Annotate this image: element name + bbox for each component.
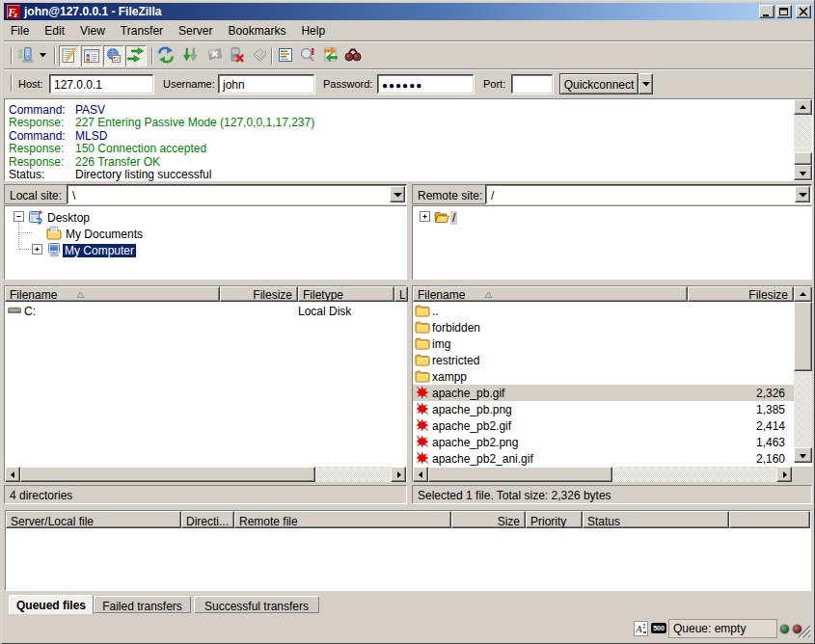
toggle-queue-icon[interactable] [125,45,147,67]
remote-scroll-down-button[interactable] [794,447,812,463]
remote-file-row[interactable]: restricted [413,352,811,368]
log-scroll-down-button[interactable] [794,165,812,180]
quickconnect-dropdown-button[interactable] [638,73,653,94]
local-site-combo-button[interactable] [390,186,405,202]
local-scroll-left-button[interactable] [5,467,20,482]
image-file-icon [415,417,430,433]
local-scroll-track[interactable] [315,467,391,482]
remote-file-row[interactable]: .. [413,303,811,319]
directory-comparison-icon[interactable] [299,46,316,64]
local-site-label: Local site: [4,184,68,204]
image-file-icon [415,450,430,466]
username-input[interactable]: john [218,74,314,94]
queue-col-remote-file[interactable]: Remote file [234,511,451,528]
menu-transfer[interactable]: Transfer [113,22,171,40]
resize-grip[interactable] [795,622,812,639]
filter-icon[interactable] [277,46,294,64]
file-name: C: [24,305,36,318]
menu-server[interactable]: Server [171,22,220,40]
synchronized-browsing-icon[interactable] [322,46,340,64]
transfer-queue: Server/Local file Directi... Remote file… [5,510,811,591]
toggle-local-tree-icon[interactable] [81,45,102,67]
remote-file-row[interactable]: apache_pb2.png1,463 [413,434,811,450]
disconnect-icon[interactable] [229,46,246,64]
tab-successful-transfers[interactable]: Successful transfers [194,596,319,613]
site-manager-icon[interactable] [16,46,34,64]
menu-file[interactable]: File [3,22,37,40]
queue-col-size[interactable]: Size [451,511,526,528]
remote-col-filename[interactable]: Filename [413,286,688,302]
remote-file-row[interactable]: forbidden [413,319,811,335]
remote-file-row[interactable]: apache_pb.gif2,326 [413,385,811,401]
remote-file-row[interactable]: apache_pb2.gif2,414 [413,417,811,434]
local-col-filetype[interactable]: Filetype [298,286,394,302]
tab-failed-transfers[interactable]: Failed transfers [94,596,191,613]
queue-col-status[interactable]: Status [583,511,729,528]
local-scroll-thumb[interactable] [20,467,315,482]
local-file-row[interactable]: C: Local Disk [5,303,406,319]
queue-col-extra[interactable] [729,511,810,528]
host-input[interactable]: 127.0.0.1 [49,74,153,94]
folder-icon [415,303,430,318]
remote-hscroll-track[interactable] [612,467,776,482]
menu-help[interactable]: Help [293,22,333,40]
remote-file-row[interactable]: img [413,335,811,352]
toggle-remote-tree-icon[interactable] [103,45,124,67]
find-files-icon[interactable] [344,46,362,64]
cancel-icon[interactable] [206,46,224,64]
remote-file-row[interactable]: apache_pb2_ani.gif2,160 [413,450,811,467]
remote-site-combo[interactable]: / [485,184,812,204]
tree-connector-line [19,249,31,250]
log-message: PASV [75,103,105,117]
remote-hscroll-thumb[interactable] [428,467,612,482]
menu-bar: File Edit View Transfer Server Bookmarks… [4,21,813,40]
tree-connector-line [18,221,19,249]
tree-expand-icon[interactable] [32,244,42,255]
tree-expand-icon[interactable] [420,211,430,222]
remote-file-row[interactable]: apache_pb.png1,385 [413,401,811,417]
tab-queued-files[interactable]: Queued files [9,595,94,614]
local-scroll-right-button[interactable] [391,467,406,482]
queue-col-priority[interactable]: Priority [526,511,583,528]
queue-col-direction[interactable]: Directi... [181,511,234,528]
quickbar-separator [11,74,13,92]
remote-file-row[interactable]: xampp [413,368,811,385]
local-site-combo[interactable]: \ [67,184,407,204]
maximize-button[interactable] [776,5,792,18]
remote-col-filesize[interactable]: Filesize [688,286,794,302]
local-col-last-modified[interactable]: L [394,286,408,302]
local-col-filesize[interactable]: Filesize [220,286,298,302]
column-header-label: Filename [418,288,465,302]
port-input[interactable] [511,74,553,94]
remote-scroll-up-button[interactable] [794,286,812,302]
remote-vscroll-thumb[interactable] [794,302,812,371]
toggle-message-log-icon[interactable] [59,45,80,67]
process-queue-icon[interactable] [181,46,199,64]
close-button[interactable] [796,5,811,18]
remote-scroll-left-button[interactable] [413,467,428,482]
folder-icon [415,352,430,367]
quickconnect-button[interactable]: Quickconnect [559,73,638,94]
queue-col-local-file[interactable]: Server/Local file [6,511,181,528]
title-bar: F z john@127.0.0.1 - FileZilla [4,3,813,20]
remote-site-combo-button[interactable] [795,186,810,202]
refresh-icon[interactable] [157,46,175,64]
log-scroll-thumb[interactable] [794,152,812,165]
minimize-button[interactable] [759,5,774,18]
queue-tabs: Queued files Failed transfers Successful… [4,595,813,614]
log-scroll-up-button[interactable] [794,99,812,115]
remote-file-list: Filename Filesize ..forbiddenimgrestrict… [412,285,812,482]
menu-edit[interactable]: Edit [37,22,72,40]
tree-collapse-icon[interactable] [14,211,24,222]
password-input[interactable]: ●●●●●● [377,74,474,94]
remote-vscroll-track[interactable] [794,371,812,447]
column-header-label: Directi... [186,515,229,528]
log-label: Response: [9,155,64,169]
menu-bookmarks[interactable]: Bookmarks [220,22,293,40]
local-col-filename[interactable]: Filename [5,286,220,302]
site-manager-dropdown-icon[interactable] [40,53,46,58]
menu-view[interactable]: View [72,22,113,40]
reconnect-icon[interactable] [252,46,269,64]
log-scroll-track[interactable] [794,115,812,152]
remote-scroll-right-button[interactable] [776,467,792,482]
